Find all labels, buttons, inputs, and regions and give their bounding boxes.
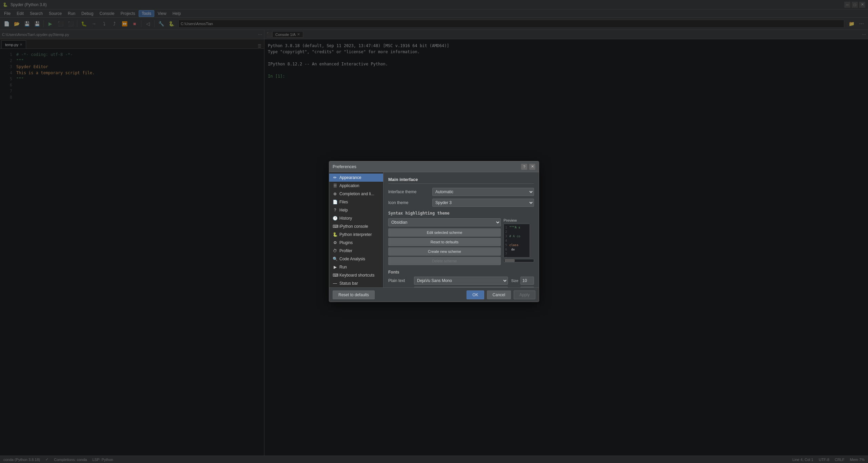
preferences-dialog: Preferences ? ✕ ✏ Appearance ☰ Applicati… xyxy=(329,161,539,302)
history-icon: 🕐 xyxy=(333,216,337,221)
main-interface-section-title: Main interface xyxy=(388,177,534,184)
cancel-button[interactable]: Cancel xyxy=(487,290,511,299)
plain-size-label: Size xyxy=(511,279,518,283)
dialog-help-button[interactable]: ? xyxy=(521,164,527,170)
dialog-controls: ? ✕ xyxy=(521,164,535,170)
preview-line-2: 2 xyxy=(505,230,528,234)
plain-text-label: Plain text xyxy=(388,278,412,283)
modal-overlay: Preferences ? ✕ ✏ Appearance ☰ Applicati… xyxy=(0,0,868,463)
preview-line-6: 6 de xyxy=(505,247,528,252)
plain-size-input[interactable] xyxy=(520,277,534,285)
sidebar-item-keyboard[interactable]: ⌨ Keyboard shortcuts xyxy=(329,271,383,279)
statusbar-icon: — xyxy=(333,281,337,286)
sidebar-label-help: Help xyxy=(339,208,348,213)
interface-theme-row: Interface theme Automatic xyxy=(388,188,534,196)
ok-button[interactable]: OK xyxy=(467,290,484,299)
files-icon: 📄 xyxy=(333,200,337,204)
sidebar-item-files[interactable]: 📄 Files xyxy=(329,198,383,206)
sidebar-item-completion[interactable]: ⊕ Completion and li... xyxy=(329,190,383,198)
apply-button[interactable]: Apply xyxy=(514,290,535,299)
interface-theme-select[interactable]: Automatic xyxy=(432,188,534,196)
dialog-body: ✏ Appearance ☰ Application ⊕ Completion … xyxy=(329,172,539,287)
dialog-sidebar: ✏ Appearance ☰ Application ⊕ Completion … xyxy=(329,172,383,287)
plugins-icon: ⚙ xyxy=(333,240,337,245)
scheme-select[interactable]: Obsidian xyxy=(388,218,501,226)
fonts-section: Fonts Plain text DejaVu Sans Mono Size R… xyxy=(388,270,534,287)
icon-theme-row: Icon theme Spyder 3 xyxy=(388,199,534,207)
plain-text-font-select[interactable]: DejaVu Sans Mono xyxy=(414,277,508,285)
reset-defaults-button[interactable]: Reset to defaults xyxy=(388,238,501,246)
sidebar-item-profiler[interactable]: ⏱ Profiler xyxy=(329,247,383,255)
preview-scrollbar[interactable] xyxy=(504,259,534,262)
completion-icon: ⊕ xyxy=(333,192,337,196)
help-icon: ? xyxy=(333,208,337,213)
profiler-icon: ⏱ xyxy=(333,248,337,253)
fonts-title: Fonts xyxy=(388,270,534,275)
preview-line-5: 5class xyxy=(505,243,528,247)
scheme-area: Obsidian Edit selected scheme Reset to d… xyxy=(388,218,534,266)
sidebar-item-help[interactable]: ? Help xyxy=(329,206,383,214)
preview-line-7: 7 xyxy=(505,252,528,256)
dialog-title: Preferences xyxy=(333,164,356,169)
dialog-title-bar: Preferences ? ✕ xyxy=(329,161,539,172)
dialog-footer: Reset to defaults OK Cancel Apply xyxy=(329,287,539,302)
sidebar-item-history[interactable]: 🕐 History xyxy=(329,214,383,222)
scheme-row: Obsidian xyxy=(388,218,501,226)
sidebar-item-plugins[interactable]: ⚙ Plugins xyxy=(329,239,383,247)
sidebar-label-files: Files xyxy=(339,200,348,204)
syntax-highlighting-section: Syntax highlighting theme Obsidian Edit … xyxy=(388,211,534,266)
sidebar-label-profiler: Profiler xyxy=(339,248,352,253)
edit-scheme-button[interactable]: Edit selected scheme xyxy=(388,228,501,237)
sidebar-label-appearance: Appearance xyxy=(339,175,361,180)
sidebar-label-run: Run xyxy=(339,265,347,269)
sidebar-label-code-analysis: Code Analysis xyxy=(339,257,365,261)
sidebar-item-ipython[interactable]: ⌨ iPython console xyxy=(329,222,383,230)
reset-to-defaults-button[interactable]: Reset to defaults xyxy=(333,290,375,299)
run-icon: ▶ xyxy=(333,265,337,269)
preview-line-1: 1"""A s xyxy=(505,225,528,230)
keyboard-icon: ⌨ xyxy=(333,273,337,278)
code-analysis-icon: 🔍 xyxy=(333,257,337,261)
dialog-main-content: Main interface Interface theme Automatic… xyxy=(383,172,539,287)
footer-right: OK Cancel Apply xyxy=(467,290,535,299)
sidebar-item-code-analysis[interactable]: 🔍 Code Analysis xyxy=(329,255,383,263)
icon-theme-select[interactable]: Spyder 3 xyxy=(432,199,534,207)
preview-line-4: 4 xyxy=(505,239,528,243)
sidebar-label-completion: Completion and li... xyxy=(339,192,374,196)
preview-box: 1"""A s 2 3# A co 4 5class 6 de 7 8 9 xyxy=(504,224,530,258)
sidebar-label-python-interpreter: Python interpreter xyxy=(339,232,372,237)
sidebar-label-ipython: iPython console xyxy=(339,224,368,229)
sidebar-item-application[interactable]: ☰ Application xyxy=(329,182,383,190)
preview-line-3: 3# A co xyxy=(505,234,528,239)
sidebar-label-keyboard: Keyboard shortcuts xyxy=(339,273,374,278)
preview-section: Preview 1"""A s 2 3# A co 4 5class 6 de … xyxy=(504,218,534,262)
dialog-close-button[interactable]: ✕ xyxy=(529,164,535,170)
plain-text-font-row: Plain text DejaVu Sans Mono Size xyxy=(388,277,534,285)
footer-left: Reset to defaults xyxy=(333,290,375,299)
sidebar-item-appearance[interactable]: ✏ Appearance xyxy=(329,174,383,182)
preview-scrollbar-thumb xyxy=(505,259,515,262)
delete-scheme-button[interactable]: Delete scheme xyxy=(388,257,501,265)
sidebar-item-statusbar[interactable]: — Status bar xyxy=(329,279,383,287)
preview-line-8: 8 xyxy=(505,256,528,258)
icon-theme-label: Icon theme xyxy=(388,200,432,205)
sidebar-label-application: Application xyxy=(339,183,359,188)
sidebar-label-plugins: Plugins xyxy=(339,240,353,245)
syntax-section-title: Syntax highlighting theme xyxy=(388,211,534,216)
sidebar-item-python-interpreter[interactable]: 🐍 Python interpreter xyxy=(329,230,383,239)
scheme-left: Obsidian Edit selected scheme Reset to d… xyxy=(388,218,501,266)
create-scheme-button[interactable]: Create new scheme xyxy=(388,247,501,256)
appearance-icon: ✏ xyxy=(333,175,337,180)
python-interpreter-icon: 🐍 xyxy=(333,232,337,237)
preview-title: Preview xyxy=(504,218,534,222)
sidebar-item-run[interactable]: ▶ Run xyxy=(329,263,383,271)
sidebar-label-history: History xyxy=(339,216,352,221)
application-icon: ☰ xyxy=(333,183,337,188)
interface-theme-label: Interface theme xyxy=(388,189,432,194)
ipython-icon: ⌨ xyxy=(333,224,337,229)
sidebar-label-statusbar: Status bar xyxy=(339,281,358,286)
